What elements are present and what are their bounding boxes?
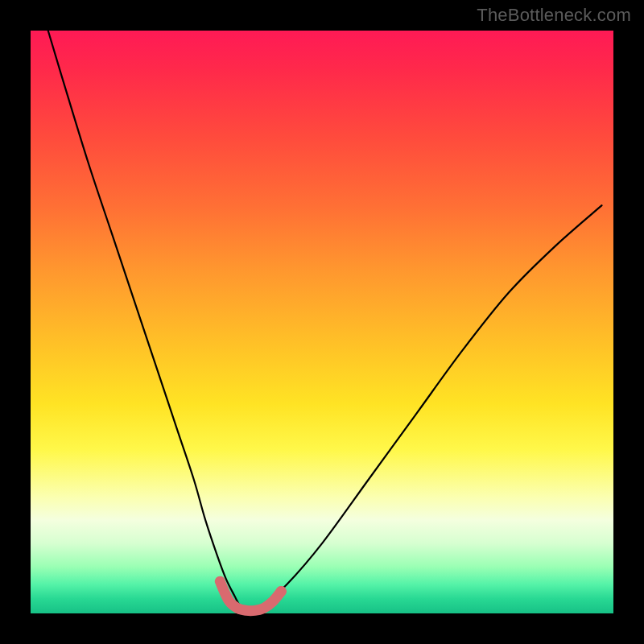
plot-area [31,31,613,613]
optimal-range-end-dot [276,586,287,597]
bottleneck-curve [48,31,602,610]
chart-frame: TheBottleneck.com [0,0,644,644]
chart-svg [31,31,613,613]
watermark-text: TheBottleneck.com [477,5,631,26]
